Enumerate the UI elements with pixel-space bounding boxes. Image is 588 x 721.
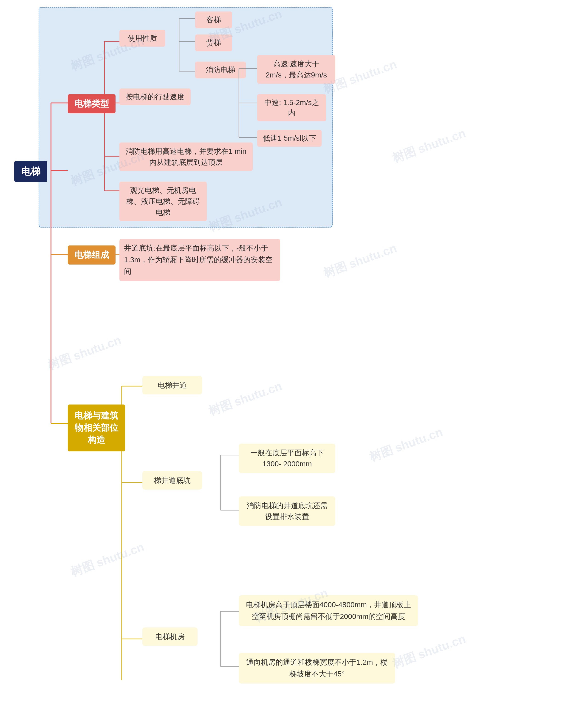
machine-room-node: 电梯机房 <box>142 627 197 646</box>
watermark-8: 树图 shutu.cn <box>45 332 123 374</box>
mid-speed-node: 中速: 1.5-2m/s之内 <box>257 94 326 121</box>
elevator-build-node: 电梯与建筑物相关部位构造 <box>68 404 125 452</box>
fire-elevator-node: 消防电梯 <box>195 62 246 78</box>
root-node: 电梯 <box>14 161 47 182</box>
watermark-10: 树图 shutu.cn <box>367 424 445 465</box>
other-types-node: 观光电梯、无机房电梯、液压电梯、无障碍电梯 <box>120 182 207 221</box>
elevator-shaft-node: 电梯井道 <box>142 376 202 395</box>
watermark-7: 树图 shutu.cn <box>321 240 399 282</box>
low-speed-node: 低速1 5m/sl以下 <box>257 130 321 147</box>
pit-note: 井道底坑:在最底层平面标高以下，-般不小于1.3m，作为轿厢下降时所需的缓冲器的… <box>120 239 280 281</box>
watermark-4: 树图 shutu.cn <box>390 125 468 167</box>
use-nature-node: 使用性质 <box>120 30 165 47</box>
watermark-13: 树图 shutu.cn <box>390 631 468 672</box>
pit-desc2: 消防电梯的井道底坑还需设置排水装置 <box>239 497 335 526</box>
root-label: 电梯 <box>21 166 40 177</box>
passenger-node: 客梯 <box>195 12 232 28</box>
machine-desc1: 电梯机房高于顶层楼面4000-4800mm，井道顶板上空至机房顶棚尚需留不低于2… <box>239 595 418 626</box>
watermark-11: 树图 shutu.cn <box>68 539 146 580</box>
fire-speed-note: 消防电梯用高速电梯，并要求在1 min内从建筑底层到达顶层 <box>120 142 253 171</box>
pit-node: 梯井道底坑 <box>142 471 202 489</box>
pit-desc1: 一般在底层平面标高下1300- 2000mm <box>239 444 335 473</box>
elevator-comp-node: 电梯组成 <box>68 245 115 264</box>
main-container: 树图 shutu.cn 树图 shutu.cn 树图 shutu.cn 树图 s… <box>0 0 588 721</box>
elevator-type-node: 电梯类型 <box>68 94 115 113</box>
freight-node: 货梯 <box>195 35 232 51</box>
by-speed-node: 按电梯的行驶速度 <box>120 88 191 105</box>
high-speed-node: 高速:速度大于2m/s，最高达9m/s <box>257 55 335 84</box>
machine-desc2: 通向机房的通道和楼梯宽度不小于1.2m，楼梯坡度不大于45° <box>239 653 395 683</box>
watermark-9: 树图 shutu.cn <box>206 378 284 419</box>
